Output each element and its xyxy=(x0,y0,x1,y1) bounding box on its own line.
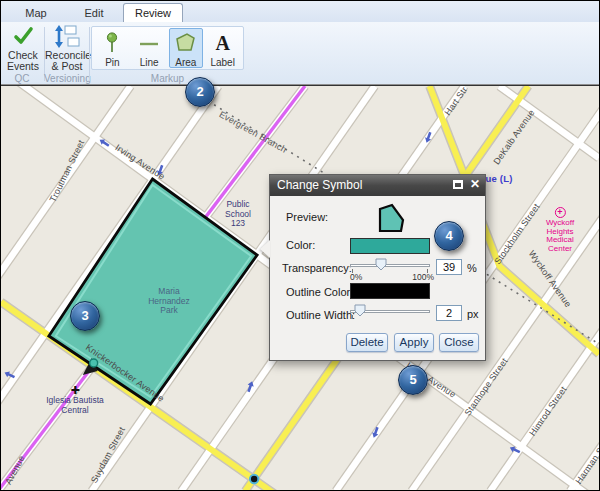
pin-tool-button[interactable]: Pin xyxy=(95,28,130,68)
step-badge-5: 5 xyxy=(398,365,428,395)
transparency-label: Transparency: xyxy=(282,262,352,274)
tab-review[interactable]: Review xyxy=(123,3,183,22)
close-button[interactable]: Close xyxy=(439,333,479,352)
pin-tool-label: Pin xyxy=(96,57,129,68)
label-tool-label: Label xyxy=(206,57,239,68)
group-divider xyxy=(89,27,90,81)
color-label: Color: xyxy=(286,239,315,251)
traffic-signal-icon xyxy=(250,475,258,483)
slider-tick xyxy=(352,315,353,319)
check-icon xyxy=(1,25,45,50)
line-tool-label: Line xyxy=(133,57,166,68)
step-badge-4: 4 xyxy=(434,221,464,251)
fill-color-swatch[interactable] xyxy=(350,238,430,254)
step-badge-2: 2 xyxy=(185,77,215,107)
apply-button[interactable]: Apply xyxy=(394,333,434,352)
check-events-button[interactable]: Check Events xyxy=(1,25,45,73)
maximize-icon[interactable] xyxy=(453,180,463,189)
ribbon: Map Edit Review Check Events QC xyxy=(1,1,599,85)
slider-handle[interactable] xyxy=(354,304,366,317)
close-icon[interactable]: ✕ xyxy=(470,177,480,191)
label-tool-button[interactable]: A Label xyxy=(205,28,240,68)
line-tool-button[interactable]: Line xyxy=(132,28,167,68)
step-badge-3: 3 xyxy=(70,301,100,331)
ribbon-body: Check Events QC Reconcile & Post xyxy=(1,22,599,85)
outline-color-label: Outline Color: xyxy=(286,286,353,298)
preview-label: Preview: xyxy=(286,211,328,223)
transparency-value-input[interactable]: 39 xyxy=(436,259,462,275)
slider-track[interactable] xyxy=(350,264,430,267)
outline-width-value-input[interactable]: 2 xyxy=(436,305,462,321)
dialog-callout-pointer xyxy=(260,240,270,258)
reconcile-label2: & Post xyxy=(45,61,89,72)
delete-button[interactable]: Delete xyxy=(346,333,388,352)
area-tool-button[interactable]: Area xyxy=(169,28,204,68)
pin-icon xyxy=(96,31,129,57)
qc-group-label: QC xyxy=(1,73,43,84)
slider-handle[interactable] xyxy=(375,258,387,271)
reconcile-post-button[interactable]: Reconcile & Post xyxy=(45,25,89,73)
area-tool-label: Area xyxy=(170,57,203,68)
markup-tool-panel: Pin Line Area A Label xyxy=(91,26,244,70)
app-window: Map Edit Review Check Events QC xyxy=(0,0,600,491)
tab-map[interactable]: Map xyxy=(7,4,65,22)
poi-label: +WyckoffHeightsMedicalCenter xyxy=(546,207,574,253)
reconcile-icon xyxy=(45,25,89,50)
change-symbol-dialog: Change Symbol ✕ Preview: Color: Transpar… xyxy=(269,174,486,361)
tick-max-label: 100% xyxy=(412,272,434,282)
ribbon-tab-bar: Map Edit Review xyxy=(1,1,599,22)
versioning-group-label: Versioning xyxy=(44,73,88,84)
tab-edit[interactable]: Edit xyxy=(65,4,123,22)
outline-width-label: Outline Width: xyxy=(286,309,355,321)
markup-group-label: Markup xyxy=(91,73,244,84)
transparency-unit: % xyxy=(467,262,477,274)
label-a-icon: A xyxy=(206,31,239,57)
line-icon xyxy=(133,31,166,57)
poi-label: PublicSchool123 xyxy=(225,200,251,229)
medical-icon: + xyxy=(554,207,565,218)
area-icon xyxy=(170,31,203,57)
poi-label: ✚Iglesia BautistaCentral xyxy=(46,385,104,415)
tick-min-label: 0% xyxy=(350,272,362,282)
outline-color-swatch[interactable] xyxy=(350,283,430,299)
vertex-dot xyxy=(90,359,98,367)
check-events-label2: Events xyxy=(1,61,45,72)
poi-label: MariaHernandezPark xyxy=(148,287,190,316)
symbol-preview xyxy=(375,202,407,234)
outline-width-unit: px xyxy=(467,308,479,320)
